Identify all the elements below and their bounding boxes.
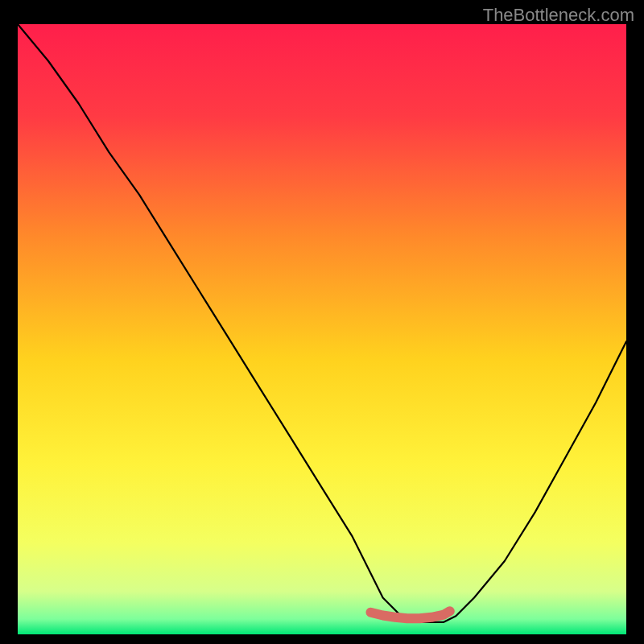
chart-background (18, 24, 626, 634)
watermark-text: TheBottleneck.com (483, 5, 634, 26)
bottleneck-chart (18, 24, 626, 634)
chart-container (18, 24, 626, 634)
